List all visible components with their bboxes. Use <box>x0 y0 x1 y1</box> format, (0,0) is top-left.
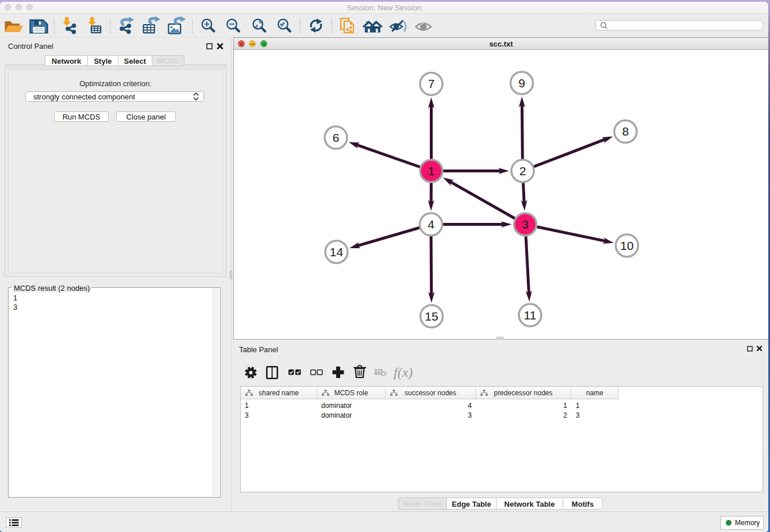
svg-text:15: 15 <box>425 310 438 323</box>
svg-text:14: 14 <box>330 245 344 259</box>
svg-text:Memory: Memory <box>735 519 760 527</box>
svg-text:6: 6 <box>333 131 340 144</box>
svg-text:11: 11 <box>524 309 537 322</box>
svg-text:10: 10 <box>620 239 633 252</box>
svg-text:3: 3 <box>522 218 529 231</box>
svg-text:7: 7 <box>428 77 435 90</box>
svg-text:9: 9 <box>518 76 525 90</box>
svg-text:4: 4 <box>428 218 434 231</box>
svg-text:f(x): f(x) <box>394 365 413 380</box>
svg-text:2: 2 <box>519 164 526 178</box>
svg-text:8: 8 <box>622 125 629 138</box>
svg-text:1: 1 <box>428 164 435 178</box>
